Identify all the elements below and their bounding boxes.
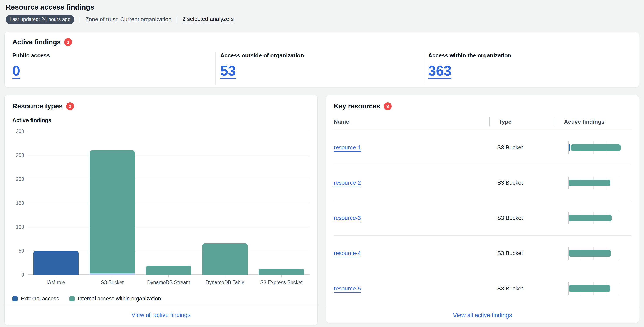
x-axis-slot: IAM role — [28, 275, 84, 286]
metric-value-link[interactable]: 53 — [220, 63, 236, 79]
x-axis-label: S3 Bucket — [101, 280, 124, 286]
x-axis-label: DynamoDB Table — [206, 280, 244, 286]
metric-label: Access outside of organization — [220, 52, 424, 59]
chart-bar-dynamodb-stream — [140, 131, 197, 275]
key-resources-title-text: Key resources — [334, 102, 380, 110]
metric-label: Public access — [12, 52, 216, 59]
table-row: resource-4S3 Bucket — [334, 236, 631, 271]
resource-name-cell: resource-2 — [334, 179, 488, 186]
key-resources-title: Key resources 3 — [334, 102, 631, 110]
mini-bar-external — [569, 144, 570, 151]
bar-segment-external[interactable] — [33, 251, 78, 275]
resource-types-title: Resource types 2 — [12, 102, 310, 110]
chart-x-axis: IAM roleS3 BucketDynamoDB StreamDynamoDB… — [28, 275, 310, 286]
view-all-active-findings-link[interactable]: View all active findings — [132, 312, 190, 318]
x-axis-tick — [112, 275, 112, 278]
y-axis-label: 200 — [16, 176, 24, 182]
active-findings-cell — [553, 212, 631, 224]
x-axis-slot: DynamoDB Stream — [140, 275, 197, 286]
bar-segment-internal[interactable] — [259, 269, 304, 275]
mini-bar-internal — [571, 144, 620, 151]
step-badge-3: 3 — [384, 102, 392, 110]
metric-access-within-org: Access within the organization 363 — [423, 52, 631, 85]
metric-value-link[interactable]: 0 — [12, 63, 20, 79]
x-axis-label: IAM role — [46, 280, 65, 286]
bar-segment-internal[interactable] — [146, 266, 191, 275]
active-findings-cell — [553, 177, 631, 189]
step-badge-2: 2 — [66, 102, 74, 110]
resource-name-cell: resource-4 — [334, 250, 488, 257]
resource-link[interactable]: resource-5 — [334, 285, 361, 292]
table-row: resource-5S3 Bucket — [334, 271, 631, 306]
mini-bar-internal — [569, 215, 612, 221]
legend-item[interactable]: Internal access within organization — [70, 296, 161, 302]
active-findings-title: Active findings 1 — [12, 38, 631, 46]
legend-item[interactable]: External access — [12, 296, 59, 302]
column-header-type: Type — [489, 117, 554, 126]
metric-label: Access within the organization — [428, 52, 631, 59]
resource-types-footer: View all active findings — [4, 306, 318, 325]
divider — [177, 16, 177, 23]
cards-row: Resource types 2 Active findings 0501001… — [4, 95, 639, 325]
mini-bar-chart — [568, 177, 631, 189]
resource-type-cell: S3 Bucket — [488, 215, 553, 221]
table-row: resource-1S3 Bucket — [334, 130, 631, 165]
active-findings-cell — [553, 247, 631, 260]
resource-type-cell: S3 Bucket — [488, 250, 553, 257]
selected-analyzers-link[interactable]: 2 selected analyzers — [182, 16, 234, 23]
resource-type-cell: S3 Bucket — [488, 144, 553, 151]
active-findings-card: Active findings 1 Public access 0 Access… — [4, 31, 639, 87]
column-header-name: Name — [334, 117, 489, 126]
resource-link[interactable]: resource-1 — [334, 144, 361, 151]
x-axis-label: DynamoDB Stream — [147, 280, 190, 286]
table-row: resource-3S3 Bucket — [334, 200, 631, 236]
divider — [80, 16, 80, 23]
chart-area: 050100150200250300 — [12, 131, 310, 275]
mini-bar-internal — [569, 250, 611, 257]
x-axis-tick — [168, 275, 169, 278]
bar-segment-internal[interactable] — [90, 150, 135, 273]
resource-types-title-text: Resource types — [12, 102, 63, 110]
y-axis-label: 100 — [16, 224, 24, 230]
table-header: Name Type Active findings — [334, 117, 631, 130]
x-axis-tick — [56, 275, 56, 278]
resource-link[interactable]: resource-4 — [334, 250, 361, 256]
dashboard-page: Resource access findings Last updated: 2… — [0, 0, 644, 325]
step-badge-1: 1 — [64, 38, 72, 46]
x-axis-tick — [225, 275, 225, 278]
page-title: Resource access findings — [6, 3, 639, 11]
metrics-row: Public access 0 Access outside of organi… — [12, 52, 631, 85]
mini-bars — [568, 141, 631, 154]
resource-type-cell: S3 Bucket — [488, 179, 553, 186]
resource-types-card: Resource types 2 Active findings 0501001… — [4, 95, 318, 325]
mini-bar-internal — [569, 285, 610, 292]
x-axis-tick — [281, 275, 282, 278]
mini-bar-chart — [568, 282, 631, 295]
bar-segment-external[interactable] — [90, 273, 135, 275]
metric-value-link[interactable]: 363 — [428, 63, 452, 79]
resource-type-cell: S3 Bucket — [488, 285, 553, 292]
chart-bar-dynamodb-table — [197, 131, 253, 275]
metric-public-access: Public access 0 — [12, 52, 216, 85]
legend-swatch — [70, 296, 75, 301]
active-findings-cell — [553, 141, 631, 154]
resource-link[interactable]: resource-2 — [334, 179, 361, 186]
key-resources-rows: resource-1S3 Bucketresource-2S3 Bucketre… — [334, 130, 631, 306]
zone-of-trust-label: Zone of trust: Current organization — [85, 16, 172, 23]
key-resources-footer: View all active findings — [326, 306, 639, 325]
x-axis-slot: DynamoDB Table — [197, 275, 253, 286]
last-updated-badge: Last updated: 24 hours ago — [6, 15, 74, 24]
metric-access-outside-org: Access outside of organization 53 — [216, 52, 424, 85]
y-axis-label: 250 — [16, 152, 24, 158]
chart-plot — [28, 131, 310, 275]
bar-segment-internal[interactable] — [202, 243, 248, 275]
mini-bars — [568, 247, 631, 260]
chart-title: Active findings — [12, 117, 310, 123]
mini-bar-internal — [569, 180, 610, 186]
legend-swatch — [12, 296, 18, 301]
key-resources-card: Key resources 3 Name Type Active finding… — [326, 95, 639, 323]
chart-y-axis: 050100150200250300 — [12, 131, 28, 275]
view-all-active-findings-link[interactable]: View all active findings — [453, 312, 512, 319]
resource-link[interactable]: resource-3 — [334, 215, 361, 221]
column-header-active-findings: Active findings — [554, 117, 631, 126]
